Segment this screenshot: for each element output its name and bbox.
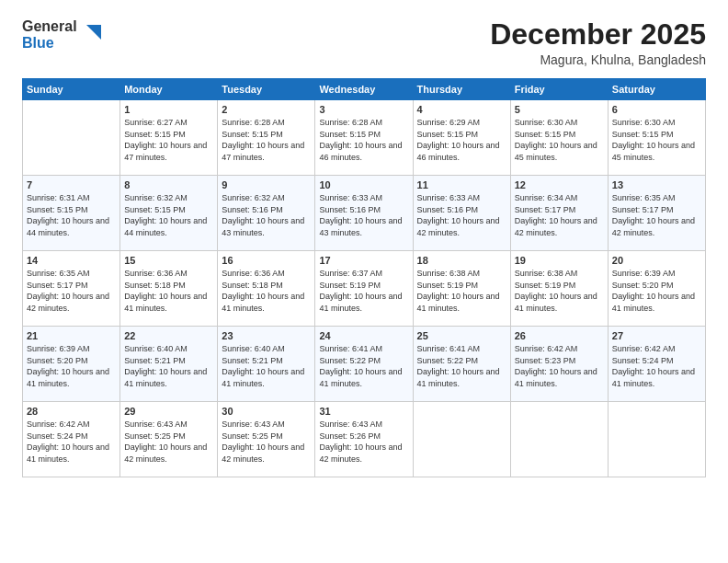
calendar-cell: 12 Sunrise: 6:34 AMSunset: 5:17 PMDaylig… xyxy=(510,176,608,251)
calendar-cell: 6 Sunrise: 6:30 AMSunset: 5:15 PMDayligh… xyxy=(608,100,705,176)
day-info: Sunrise: 6:39 AMSunset: 5:20 PMDaylight:… xyxy=(27,343,116,389)
day-number: 7 xyxy=(27,179,116,190)
logo: General Blue xyxy=(22,18,101,52)
calendar-cell xyxy=(23,100,120,176)
day-number: 5 xyxy=(515,104,604,115)
day-number: 28 xyxy=(27,406,116,417)
day-info: Sunrise: 6:42 AMSunset: 5:23 PMDaylight:… xyxy=(515,343,604,389)
calendar-cell: 26 Sunrise: 6:42 AMSunset: 5:23 PMDaylig… xyxy=(510,327,608,402)
day-number: 10 xyxy=(319,179,408,190)
day-info: Sunrise: 6:38 AMSunset: 5:19 PMDaylight:… xyxy=(515,268,604,314)
day-number: 4 xyxy=(417,104,506,115)
calendar-cell: 11 Sunrise: 6:33 AMSunset: 5:16 PMDaylig… xyxy=(413,176,510,251)
day-number: 24 xyxy=(319,330,408,341)
day-number: 15 xyxy=(124,255,213,266)
day-info: Sunrise: 6:39 AMSunset: 5:20 PMDaylight:… xyxy=(612,268,701,314)
logo-blue: Blue xyxy=(22,35,77,52)
calendar-cell: 10 Sunrise: 6:33 AMSunset: 5:16 PMDaylig… xyxy=(315,176,413,251)
calendar-cell: 19 Sunrise: 6:38 AMSunset: 5:19 PMDaylig… xyxy=(510,251,608,327)
page-header: General Blue December 2025 Magura, Khuln… xyxy=(22,18,706,67)
weekday-header: Monday xyxy=(120,79,218,100)
calendar-cell: 16 Sunrise: 6:36 AMSunset: 5:18 PMDaylig… xyxy=(218,251,315,327)
day-number: 16 xyxy=(222,255,311,266)
day-info: Sunrise: 6:43 AMSunset: 5:26 PMDaylight:… xyxy=(319,419,408,465)
day-info: Sunrise: 6:28 AMSunset: 5:15 PMDaylight:… xyxy=(222,117,311,163)
day-number: 11 xyxy=(417,179,506,190)
calendar-cell: 14 Sunrise: 6:35 AMSunset: 5:17 PMDaylig… xyxy=(23,251,120,327)
calendar-cell: 25 Sunrise: 6:41 AMSunset: 5:22 PMDaylig… xyxy=(413,327,510,402)
day-info: Sunrise: 6:40 AMSunset: 5:21 PMDaylight:… xyxy=(222,343,311,389)
day-number: 6 xyxy=(612,104,701,115)
day-number: 19 xyxy=(515,255,604,266)
day-info: Sunrise: 6:36 AMSunset: 5:18 PMDaylight:… xyxy=(222,268,311,314)
day-info: Sunrise: 6:33 AMSunset: 5:16 PMDaylight:… xyxy=(319,192,408,238)
calendar-cell: 7 Sunrise: 6:31 AMSunset: 5:15 PMDayligh… xyxy=(23,176,120,251)
day-number: 21 xyxy=(27,330,116,341)
calendar-table: SundayMondayTuesdayWednesdayThursdayFrid… xyxy=(22,78,706,477)
day-number: 13 xyxy=(612,179,701,190)
calendar-cell: 21 Sunrise: 6:39 AMSunset: 5:20 PMDaylig… xyxy=(23,327,120,402)
calendar-cell: 13 Sunrise: 6:35 AMSunset: 5:17 PMDaylig… xyxy=(608,176,705,251)
day-number: 1 xyxy=(124,104,213,115)
weekday-header: Friday xyxy=(510,79,608,100)
day-info: Sunrise: 6:31 AMSunset: 5:15 PMDaylight:… xyxy=(27,192,116,238)
calendar-cell: 29 Sunrise: 6:43 AMSunset: 5:25 PMDaylig… xyxy=(120,402,218,477)
calendar-cell: 22 Sunrise: 6:40 AMSunset: 5:21 PMDaylig… xyxy=(120,327,218,402)
day-info: Sunrise: 6:34 AMSunset: 5:17 PMDaylight:… xyxy=(515,192,604,238)
day-info: Sunrise: 6:29 AMSunset: 5:15 PMDaylight:… xyxy=(417,117,506,163)
calendar-cell: 1 Sunrise: 6:27 AMSunset: 5:15 PMDayligh… xyxy=(120,100,218,176)
day-info: Sunrise: 6:42 AMSunset: 5:24 PMDaylight:… xyxy=(612,343,701,389)
calendar-cell: 31 Sunrise: 6:43 AMSunset: 5:26 PMDaylig… xyxy=(315,402,413,477)
calendar-cell: 20 Sunrise: 6:39 AMSunset: 5:20 PMDaylig… xyxy=(608,251,705,327)
day-number: 25 xyxy=(417,330,506,341)
calendar-cell: 15 Sunrise: 6:36 AMSunset: 5:18 PMDaylig… xyxy=(120,251,218,327)
day-number: 29 xyxy=(124,406,213,417)
calendar-cell: 9 Sunrise: 6:32 AMSunset: 5:16 PMDayligh… xyxy=(218,176,315,251)
day-number: 31 xyxy=(319,406,408,417)
weekday-header: Wednesday xyxy=(315,79,413,100)
calendar-cell: 3 Sunrise: 6:28 AMSunset: 5:15 PMDayligh… xyxy=(315,100,413,176)
day-number: 2 xyxy=(222,104,311,115)
svg-marker-0 xyxy=(86,25,101,40)
day-number: 22 xyxy=(124,330,213,341)
day-info: Sunrise: 6:27 AMSunset: 5:15 PMDaylight:… xyxy=(124,117,213,163)
title-area: December 2025 Magura, Khulna, Bangladesh xyxy=(490,18,706,67)
day-info: Sunrise: 6:41 AMSunset: 5:22 PMDaylight:… xyxy=(319,343,408,389)
day-info: Sunrise: 6:35 AMSunset: 5:17 PMDaylight:… xyxy=(612,192,701,238)
calendar-cell: 5 Sunrise: 6:30 AMSunset: 5:15 PMDayligh… xyxy=(510,100,608,176)
day-number: 30 xyxy=(222,406,311,417)
day-number: 14 xyxy=(27,255,116,266)
day-info: Sunrise: 6:30 AMSunset: 5:15 PMDaylight:… xyxy=(515,117,604,163)
day-info: Sunrise: 6:42 AMSunset: 5:24 PMDaylight:… xyxy=(27,419,116,465)
calendar-cell: 30 Sunrise: 6:43 AMSunset: 5:25 PMDaylig… xyxy=(218,402,315,477)
day-number: 27 xyxy=(612,330,701,341)
calendar-cell: 23 Sunrise: 6:40 AMSunset: 5:21 PMDaylig… xyxy=(218,327,315,402)
day-number: 3 xyxy=(319,104,408,115)
calendar-cell: 4 Sunrise: 6:29 AMSunset: 5:15 PMDayligh… xyxy=(413,100,510,176)
calendar-cell: 2 Sunrise: 6:28 AMSunset: 5:15 PMDayligh… xyxy=(218,100,315,176)
weekday-header: Saturday xyxy=(608,79,705,100)
day-info: Sunrise: 6:28 AMSunset: 5:15 PMDaylight:… xyxy=(319,117,408,163)
day-info: Sunrise: 6:35 AMSunset: 5:17 PMDaylight:… xyxy=(27,268,116,314)
day-number: 18 xyxy=(417,255,506,266)
day-info: Sunrise: 6:43 AMSunset: 5:25 PMDaylight:… xyxy=(222,419,311,465)
calendar-cell: 28 Sunrise: 6:42 AMSunset: 5:24 PMDaylig… xyxy=(23,402,120,477)
weekday-header: Sunday xyxy=(23,79,120,100)
calendar-cell xyxy=(608,402,705,477)
weekday-header: Tuesday xyxy=(218,79,315,100)
day-info: Sunrise: 6:36 AMSunset: 5:18 PMDaylight:… xyxy=(124,268,213,314)
day-number: 9 xyxy=(222,179,311,190)
day-info: Sunrise: 6:40 AMSunset: 5:21 PMDaylight:… xyxy=(124,343,213,389)
day-info: Sunrise: 6:38 AMSunset: 5:19 PMDaylight:… xyxy=(417,268,506,314)
day-info: Sunrise: 6:30 AMSunset: 5:15 PMDaylight:… xyxy=(612,117,701,163)
logo-triangle-icon xyxy=(81,25,101,45)
calendar-cell: 24 Sunrise: 6:41 AMSunset: 5:22 PMDaylig… xyxy=(315,327,413,402)
month-title: December 2025 xyxy=(490,18,706,51)
calendar-cell: 17 Sunrise: 6:37 AMSunset: 5:19 PMDaylig… xyxy=(315,251,413,327)
day-number: 12 xyxy=(515,179,604,190)
day-number: 20 xyxy=(612,255,701,266)
logo-general: General xyxy=(22,18,77,35)
day-info: Sunrise: 6:43 AMSunset: 5:25 PMDaylight:… xyxy=(124,419,213,465)
day-info: Sunrise: 6:37 AMSunset: 5:19 PMDaylight:… xyxy=(319,268,408,314)
calendar-cell xyxy=(510,402,608,477)
